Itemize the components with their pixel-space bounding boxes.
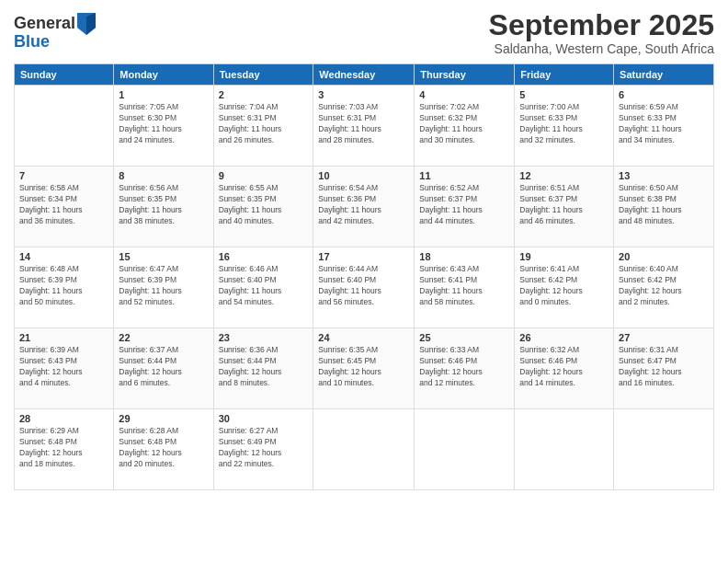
table-row: 25Sunrise: 6:33 AMSunset: 6:46 PMDayligh… — [415, 328, 515, 409]
table-row: 14Sunrise: 6:48 AMSunset: 6:39 PMDayligh… — [15, 247, 114, 328]
day-number: 10 — [318, 170, 409, 181]
table-row: 6Sunrise: 6:59 AMSunset: 6:33 PMDaylight… — [614, 86, 714, 167]
day-number: 23 — [219, 332, 309, 343]
day-info: Sunrise: 6:41 AMSunset: 6:42 PMDaylight:… — [519, 264, 609, 308]
table-row — [415, 409, 515, 490]
day-info: Sunrise: 6:37 AMSunset: 6:44 PMDaylight:… — [119, 345, 208, 389]
table-row: 4Sunrise: 7:02 AMSunset: 6:32 PMDaylight… — [415, 86, 515, 167]
calendar-week-1: 1Sunrise: 7:05 AMSunset: 6:30 PMDaylight… — [15, 86, 714, 167]
table-row: 3Sunrise: 7:03 AMSunset: 6:31 PMDaylight… — [313, 86, 415, 167]
day-number: 15 — [119, 251, 208, 262]
col-thursday: Thursday — [415, 64, 515, 86]
day-number: 19 — [519, 251, 609, 262]
day-number: 9 — [219, 170, 309, 181]
table-row: 2Sunrise: 7:04 AMSunset: 6:31 PMDaylight… — [213, 86, 313, 167]
table-row — [614, 409, 714, 490]
table-row: 5Sunrise: 7:00 AMSunset: 6:33 PMDaylight… — [515, 86, 614, 167]
day-info: Sunrise: 7:02 AMSunset: 6:32 PMDaylight:… — [419, 102, 509, 146]
table-row: 23Sunrise: 6:36 AMSunset: 6:44 PMDayligh… — [213, 328, 313, 409]
table-row: 17Sunrise: 6:44 AMSunset: 6:40 PMDayligh… — [313, 247, 415, 328]
day-number: 24 — [318, 332, 409, 343]
col-saturday: Saturday — [614, 64, 714, 86]
day-info: Sunrise: 6:54 AMSunset: 6:36 PMDaylight:… — [318, 183, 409, 227]
table-row: 11Sunrise: 6:52 AMSunset: 6:37 PMDayligh… — [415, 167, 515, 247]
calendar-week-5: 28Sunrise: 6:29 AMSunset: 6:48 PMDayligh… — [15, 409, 714, 490]
logo-icon — [77, 13, 96, 35]
month-title: September 2025 — [489, 9, 714, 41]
day-number: 13 — [619, 170, 709, 181]
table-row: 18Sunrise: 6:43 AMSunset: 6:41 PMDayligh… — [415, 247, 515, 328]
day-info: Sunrise: 6:32 AMSunset: 6:46 PMDaylight:… — [519, 345, 609, 389]
table-row: 7Sunrise: 6:58 AMSunset: 6:34 PMDaylight… — [15, 167, 114, 247]
calendar-week-4: 21Sunrise: 6:39 AMSunset: 6:43 PMDayligh… — [15, 328, 714, 409]
day-info: Sunrise: 6:29 AMSunset: 6:48 PMDaylight:… — [19, 426, 108, 470]
day-info: Sunrise: 6:33 AMSunset: 6:46 PMDaylight:… — [419, 345, 509, 389]
page: General Blue September 2025 Saldanha, We… — [0, 0, 728, 563]
table-row: 19Sunrise: 6:41 AMSunset: 6:42 PMDayligh… — [515, 247, 614, 328]
day-number: 18 — [419, 251, 509, 262]
table-row: 26Sunrise: 6:32 AMSunset: 6:46 PMDayligh… — [515, 328, 614, 409]
table-row: 9Sunrise: 6:55 AMSunset: 6:35 PMDaylight… — [213, 167, 313, 247]
day-number: 3 — [318, 89, 409, 100]
table-row: 27Sunrise: 6:31 AMSunset: 6:47 PMDayligh… — [614, 328, 714, 409]
day-number: 20 — [619, 251, 709, 262]
day-info: Sunrise: 6:31 AMSunset: 6:47 PMDaylight:… — [619, 345, 709, 389]
table-row: 28Sunrise: 6:29 AMSunset: 6:48 PMDayligh… — [15, 409, 114, 490]
table-row — [15, 86, 114, 167]
col-wednesday: Wednesday — [313, 64, 415, 86]
day-number: 5 — [519, 89, 609, 100]
day-number: 16 — [219, 251, 309, 262]
col-tuesday: Tuesday — [213, 64, 313, 86]
title-block: September 2025 Saldanha, Western Cape, S… — [489, 9, 714, 56]
table-row: 12Sunrise: 6:51 AMSunset: 6:37 PMDayligh… — [515, 167, 614, 247]
day-info: Sunrise: 6:28 AMSunset: 6:48 PMDaylight:… — [119, 426, 208, 470]
day-info: Sunrise: 7:04 AMSunset: 6:31 PMDaylight:… — [219, 102, 309, 146]
calendar-table: Sunday Monday Tuesday Wednesday Thursday… — [14, 63, 714, 490]
day-info: Sunrise: 6:50 AMSunset: 6:38 PMDaylight:… — [619, 183, 709, 227]
day-number: 17 — [318, 251, 409, 262]
day-number: 22 — [119, 332, 208, 343]
day-number: 6 — [619, 89, 709, 100]
day-number: 1 — [119, 89, 208, 100]
day-info: Sunrise: 6:59 AMSunset: 6:33 PMDaylight:… — [619, 102, 709, 146]
day-info: Sunrise: 6:51 AMSunset: 6:37 PMDaylight:… — [519, 183, 609, 227]
day-info: Sunrise: 6:39 AMSunset: 6:43 PMDaylight:… — [19, 345, 108, 389]
table-row — [515, 409, 614, 490]
day-number: 25 — [419, 332, 509, 343]
day-number: 30 — [219, 413, 309, 424]
day-info: Sunrise: 6:56 AMSunset: 6:35 PMDaylight:… — [119, 183, 208, 227]
logo-blue-text: Blue — [14, 33, 96, 52]
day-number: 4 — [419, 89, 509, 100]
day-info: Sunrise: 6:40 AMSunset: 6:42 PMDaylight:… — [619, 264, 709, 308]
logo-general-text: General — [14, 15, 75, 33]
col-friday: Friday — [515, 64, 614, 86]
day-info: Sunrise: 6:46 AMSunset: 6:40 PMDaylight:… — [219, 264, 309, 308]
day-number: 21 — [19, 332, 108, 343]
calendar-header-row: Sunday Monday Tuesday Wednesday Thursday… — [15, 64, 714, 86]
day-info: Sunrise: 6:52 AMSunset: 6:37 PMDaylight:… — [419, 183, 509, 227]
day-info: Sunrise: 7:00 AMSunset: 6:33 PMDaylight:… — [519, 102, 609, 146]
table-row — [313, 409, 415, 490]
table-row: 1Sunrise: 7:05 AMSunset: 6:30 PMDaylight… — [114, 86, 213, 167]
day-info: Sunrise: 7:03 AMSunset: 6:31 PMDaylight:… — [318, 102, 409, 146]
day-number: 29 — [119, 413, 208, 424]
day-number: 14 — [19, 251, 108, 262]
day-info: Sunrise: 7:05 AMSunset: 6:30 PMDaylight:… — [119, 102, 208, 146]
table-row: 8Sunrise: 6:56 AMSunset: 6:35 PMDaylight… — [114, 167, 213, 247]
day-info: Sunrise: 6:44 AMSunset: 6:40 PMDaylight:… — [318, 264, 409, 308]
table-row: 30Sunrise: 6:27 AMSunset: 6:49 PMDayligh… — [213, 409, 313, 490]
day-number: 12 — [519, 170, 609, 181]
table-row: 29Sunrise: 6:28 AMSunset: 6:48 PMDayligh… — [114, 409, 213, 490]
day-number: 8 — [119, 170, 208, 181]
table-row: 24Sunrise: 6:35 AMSunset: 6:45 PMDayligh… — [313, 328, 415, 409]
svg-marker-1 — [86, 13, 96, 35]
table-row: 21Sunrise: 6:39 AMSunset: 6:43 PMDayligh… — [15, 328, 114, 409]
table-row: 13Sunrise: 6:50 AMSunset: 6:38 PMDayligh… — [614, 167, 714, 247]
day-info: Sunrise: 6:55 AMSunset: 6:35 PMDaylight:… — [219, 183, 309, 227]
calendar-week-2: 7Sunrise: 6:58 AMSunset: 6:34 PMDaylight… — [15, 167, 714, 247]
col-sunday: Sunday — [15, 64, 114, 86]
day-info: Sunrise: 6:35 AMSunset: 6:45 PMDaylight:… — [318, 345, 409, 389]
table-row: 15Sunrise: 6:47 AMSunset: 6:39 PMDayligh… — [114, 247, 213, 328]
table-row: 10Sunrise: 6:54 AMSunset: 6:36 PMDayligh… — [313, 167, 415, 247]
day-number: 11 — [419, 170, 509, 181]
